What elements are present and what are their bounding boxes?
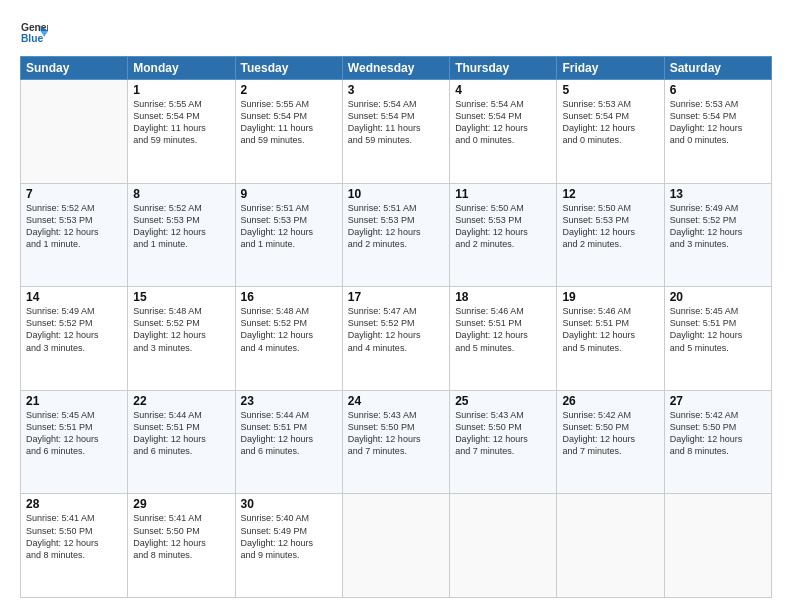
calendar-cell: 26Sunrise: 5:42 AM Sunset: 5:50 PM Dayli… (557, 390, 664, 494)
day-number: 13 (670, 187, 766, 201)
day-number: 16 (241, 290, 337, 304)
day-number: 21 (26, 394, 122, 408)
cell-info: Sunrise: 5:45 AM Sunset: 5:51 PM Dayligh… (670, 305, 766, 354)
day-number: 20 (670, 290, 766, 304)
cell-info: Sunrise: 5:50 AM Sunset: 5:53 PM Dayligh… (455, 202, 551, 251)
calendar-cell: 14Sunrise: 5:49 AM Sunset: 5:52 PM Dayli… (21, 287, 128, 391)
day-number: 5 (562, 83, 658, 97)
day-number: 9 (241, 187, 337, 201)
day-number: 28 (26, 497, 122, 511)
calendar-cell: 19Sunrise: 5:46 AM Sunset: 5:51 PM Dayli… (557, 287, 664, 391)
cell-info: Sunrise: 5:41 AM Sunset: 5:50 PM Dayligh… (133, 512, 229, 561)
calendar-cell: 12Sunrise: 5:50 AM Sunset: 5:53 PM Dayli… (557, 183, 664, 287)
calendar-cell: 30Sunrise: 5:40 AM Sunset: 5:49 PM Dayli… (235, 494, 342, 598)
cell-info: Sunrise: 5:41 AM Sunset: 5:50 PM Dayligh… (26, 512, 122, 561)
calendar-cell: 24Sunrise: 5:43 AM Sunset: 5:50 PM Dayli… (342, 390, 449, 494)
calendar-week-1: 1Sunrise: 5:55 AM Sunset: 5:54 PM Daylig… (21, 80, 772, 184)
day-number: 24 (348, 394, 444, 408)
cell-info: Sunrise: 5:52 AM Sunset: 5:53 PM Dayligh… (26, 202, 122, 251)
cell-info: Sunrise: 5:54 AM Sunset: 5:54 PM Dayligh… (455, 98, 551, 147)
cell-info: Sunrise: 5:42 AM Sunset: 5:50 PM Dayligh… (562, 409, 658, 458)
day-number: 22 (133, 394, 229, 408)
calendar-week-4: 21Sunrise: 5:45 AM Sunset: 5:51 PM Dayli… (21, 390, 772, 494)
weekday-header-monday: Monday (128, 57, 235, 80)
calendar-cell (450, 494, 557, 598)
cell-info: Sunrise: 5:48 AM Sunset: 5:52 PM Dayligh… (241, 305, 337, 354)
cell-info: Sunrise: 5:44 AM Sunset: 5:51 PM Dayligh… (133, 409, 229, 458)
calendar-cell: 6Sunrise: 5:53 AM Sunset: 5:54 PM Daylig… (664, 80, 771, 184)
calendar-cell: 23Sunrise: 5:44 AM Sunset: 5:51 PM Dayli… (235, 390, 342, 494)
cell-info: Sunrise: 5:49 AM Sunset: 5:52 PM Dayligh… (670, 202, 766, 251)
calendar-cell: 9Sunrise: 5:51 AM Sunset: 5:53 PM Daylig… (235, 183, 342, 287)
cell-info: Sunrise: 5:43 AM Sunset: 5:50 PM Dayligh… (348, 409, 444, 458)
cell-info: Sunrise: 5:45 AM Sunset: 5:51 PM Dayligh… (26, 409, 122, 458)
calendar-week-5: 28Sunrise: 5:41 AM Sunset: 5:50 PM Dayli… (21, 494, 772, 598)
cell-info: Sunrise: 5:46 AM Sunset: 5:51 PM Dayligh… (455, 305, 551, 354)
calendar-cell: 1Sunrise: 5:55 AM Sunset: 5:54 PM Daylig… (128, 80, 235, 184)
cell-info: Sunrise: 5:42 AM Sunset: 5:50 PM Dayligh… (670, 409, 766, 458)
calendar-cell (664, 494, 771, 598)
day-number: 17 (348, 290, 444, 304)
day-number: 7 (26, 187, 122, 201)
calendar-cell: 3Sunrise: 5:54 AM Sunset: 5:54 PM Daylig… (342, 80, 449, 184)
calendar-cell (557, 494, 664, 598)
day-number: 10 (348, 187, 444, 201)
day-number: 12 (562, 187, 658, 201)
day-number: 25 (455, 394, 551, 408)
cell-info: Sunrise: 5:47 AM Sunset: 5:52 PM Dayligh… (348, 305, 444, 354)
day-number: 18 (455, 290, 551, 304)
cell-info: Sunrise: 5:46 AM Sunset: 5:51 PM Dayligh… (562, 305, 658, 354)
weekday-header-friday: Friday (557, 57, 664, 80)
day-number: 3 (348, 83, 444, 97)
weekday-header-saturday: Saturday (664, 57, 771, 80)
day-number: 1 (133, 83, 229, 97)
weekday-header-sunday: Sunday (21, 57, 128, 80)
page: General Blue SundayMondayTuesdayWednesda… (0, 0, 792, 612)
weekday-header-row: SundayMondayTuesdayWednesdayThursdayFrid… (21, 57, 772, 80)
day-number: 30 (241, 497, 337, 511)
weekday-header-wednesday: Wednesday (342, 57, 449, 80)
calendar-cell: 15Sunrise: 5:48 AM Sunset: 5:52 PM Dayli… (128, 287, 235, 391)
calendar-cell: 25Sunrise: 5:43 AM Sunset: 5:50 PM Dayli… (450, 390, 557, 494)
day-number: 6 (670, 83, 766, 97)
logo: General Blue (20, 18, 48, 46)
cell-info: Sunrise: 5:43 AM Sunset: 5:50 PM Dayligh… (455, 409, 551, 458)
cell-info: Sunrise: 5:53 AM Sunset: 5:54 PM Dayligh… (670, 98, 766, 147)
calendar-cell: 10Sunrise: 5:51 AM Sunset: 5:53 PM Dayli… (342, 183, 449, 287)
calendar-cell (21, 80, 128, 184)
calendar-cell: 8Sunrise: 5:52 AM Sunset: 5:53 PM Daylig… (128, 183, 235, 287)
calendar-cell: 28Sunrise: 5:41 AM Sunset: 5:50 PM Dayli… (21, 494, 128, 598)
calendar-table: SundayMondayTuesdayWednesdayThursdayFrid… (20, 56, 772, 598)
calendar-cell (342, 494, 449, 598)
day-number: 23 (241, 394, 337, 408)
calendar-cell: 4Sunrise: 5:54 AM Sunset: 5:54 PM Daylig… (450, 80, 557, 184)
calendar-cell: 20Sunrise: 5:45 AM Sunset: 5:51 PM Dayli… (664, 287, 771, 391)
cell-info: Sunrise: 5:40 AM Sunset: 5:49 PM Dayligh… (241, 512, 337, 561)
day-number: 27 (670, 394, 766, 408)
day-number: 19 (562, 290, 658, 304)
day-number: 26 (562, 394, 658, 408)
calendar-cell: 5Sunrise: 5:53 AM Sunset: 5:54 PM Daylig… (557, 80, 664, 184)
calendar-cell: 16Sunrise: 5:48 AM Sunset: 5:52 PM Dayli… (235, 287, 342, 391)
cell-info: Sunrise: 5:50 AM Sunset: 5:53 PM Dayligh… (562, 202, 658, 251)
svg-text:Blue: Blue (21, 33, 44, 44)
calendar-cell: 17Sunrise: 5:47 AM Sunset: 5:52 PM Dayli… (342, 287, 449, 391)
cell-info: Sunrise: 5:52 AM Sunset: 5:53 PM Dayligh… (133, 202, 229, 251)
cell-info: Sunrise: 5:51 AM Sunset: 5:53 PM Dayligh… (241, 202, 337, 251)
cell-info: Sunrise: 5:55 AM Sunset: 5:54 PM Dayligh… (241, 98, 337, 147)
calendar-cell: 11Sunrise: 5:50 AM Sunset: 5:53 PM Dayli… (450, 183, 557, 287)
calendar-cell: 29Sunrise: 5:41 AM Sunset: 5:50 PM Dayli… (128, 494, 235, 598)
day-number: 4 (455, 83, 551, 97)
cell-info: Sunrise: 5:44 AM Sunset: 5:51 PM Dayligh… (241, 409, 337, 458)
day-number: 29 (133, 497, 229, 511)
cell-info: Sunrise: 5:53 AM Sunset: 5:54 PM Dayligh… (562, 98, 658, 147)
day-number: 11 (455, 187, 551, 201)
day-number: 2 (241, 83, 337, 97)
calendar-cell: 22Sunrise: 5:44 AM Sunset: 5:51 PM Dayli… (128, 390, 235, 494)
cell-info: Sunrise: 5:54 AM Sunset: 5:54 PM Dayligh… (348, 98, 444, 147)
calendar-cell: 2Sunrise: 5:55 AM Sunset: 5:54 PM Daylig… (235, 80, 342, 184)
day-number: 14 (26, 290, 122, 304)
calendar-week-2: 7Sunrise: 5:52 AM Sunset: 5:53 PM Daylig… (21, 183, 772, 287)
day-number: 15 (133, 290, 229, 304)
weekday-header-tuesday: Tuesday (235, 57, 342, 80)
